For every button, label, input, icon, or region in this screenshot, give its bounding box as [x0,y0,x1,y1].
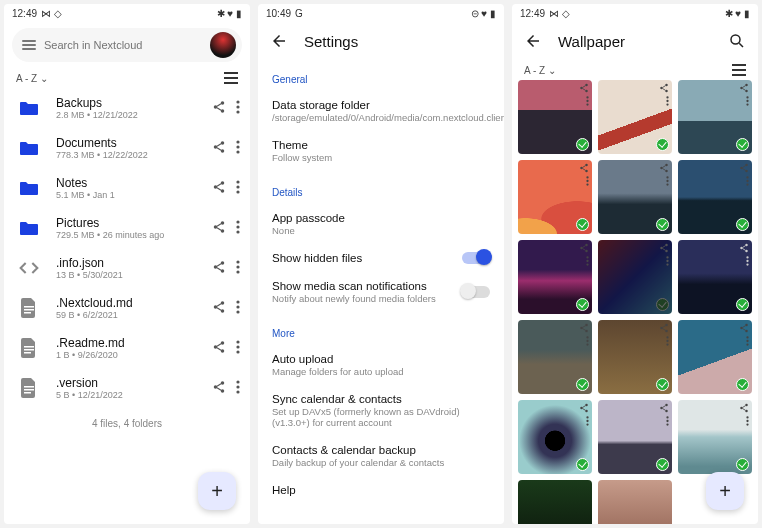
wallpaper-tile[interactable] [678,240,752,314]
more-icon[interactable] [586,96,589,108]
wallpaper-tile[interactable] [518,400,592,474]
wallpaper-tile[interactable] [678,320,752,394]
more-icon[interactable] [746,96,749,108]
share-icon[interactable] [579,163,589,175]
check-icon [736,458,749,471]
more-icon[interactable] [666,416,669,428]
fab-add-button[interactable]: + [706,472,744,510]
wallpaper-tile[interactable] [598,160,672,234]
wallpaper-tile[interactable] [598,80,672,154]
setting-sync-caldav[interactable]: Sync calendar & contactsSet up DAVx5 (fo… [272,387,490,438]
search-icon[interactable] [728,32,746,50]
file-row[interactable]: Pictures729.5 MB • 26 minutes ago [4,208,250,248]
search-bar[interactable] [12,28,242,62]
wallpaper-tile[interactable] [518,320,592,394]
share-icon[interactable] [739,163,749,175]
sort-button[interactable]: A - Z ⌄ [16,73,48,84]
view-list-icon[interactable] [732,64,746,76]
more-icon[interactable] [586,256,589,268]
share-icon[interactable] [212,220,226,236]
more-icon[interactable] [666,96,669,108]
share-icon[interactable] [739,403,749,415]
more-icon[interactable] [236,180,240,196]
svg-point-58 [236,385,239,388]
more-icon[interactable] [746,176,749,188]
share-icon[interactable] [659,243,669,255]
wallpaper-tile[interactable] [518,240,592,314]
wallpaper-tile[interactable] [598,400,672,474]
share-icon[interactable] [212,260,226,276]
setting-data-storage[interactable]: Data storage folder/storage/emulated/0/A… [272,93,490,133]
more-icon[interactable] [746,336,749,348]
wallpaper-tile[interactable] [518,160,592,234]
more-icon[interactable] [666,336,669,348]
share-icon[interactable] [739,323,749,335]
wallpaper-tile[interactable] [518,80,592,154]
more-icon[interactable] [236,220,240,236]
setting-auto-upload[interactable]: Auto uploadManage folders for auto uploa… [272,347,490,387]
menu-icon[interactable] [22,40,36,50]
wallpaper-tile[interactable] [518,480,592,524]
more-icon[interactable] [586,336,589,348]
search-input[interactable] [44,39,202,51]
wallpaper-tile[interactable] [678,80,752,154]
share-icon[interactable] [212,300,226,316]
setting-media-scan[interactable]: Show media scan notificationsNotify abou… [272,274,490,314]
svg-point-118 [585,324,588,327]
more-icon[interactable] [236,300,240,316]
wallpaper-tile[interactable] [678,160,752,234]
status-bar: 12:49⋈ ◇ ✱ ♥ ▮ [512,4,758,22]
share-icon[interactable] [212,180,226,196]
share-icon[interactable] [659,83,669,95]
wallpaper-tile[interactable] [598,240,672,314]
more-icon[interactable] [236,380,240,396]
switch-off[interactable] [462,286,490,298]
share-icon[interactable] [579,323,589,335]
more-icon[interactable] [746,256,749,268]
share-icon[interactable] [659,323,669,335]
share-icon[interactable] [212,340,226,356]
share-icon[interactable] [739,243,749,255]
setting-passcode[interactable]: App passcodeNone [272,206,490,246]
more-icon[interactable] [746,416,749,428]
back-icon[interactable] [270,32,288,50]
share-icon[interactable] [579,403,589,415]
more-icon[interactable] [666,176,669,188]
more-icon[interactable] [236,340,240,356]
avatar[interactable] [210,32,236,58]
share-icon[interactable] [659,403,669,415]
file-row[interactable]: .Nextcloud.md59 B • 6/2/2021 [4,288,250,328]
share-icon[interactable] [739,83,749,95]
switch-on[interactable] [462,252,490,264]
wallpaper-tile[interactable] [678,400,752,474]
sort-button[interactable]: A - Z ⌄ [524,65,556,76]
setting-backup[interactable]: Contacts & calendar backupDaily backup o… [272,438,490,478]
more-icon[interactable] [236,140,240,156]
back-icon[interactable] [524,32,542,50]
file-row[interactable]: Notes5.1 MB • Jan 1 [4,168,250,208]
file-row[interactable]: Backups2.8 MB • 12/21/2022 [4,88,250,128]
share-icon[interactable] [579,243,589,255]
fab-add-button[interactable]: + [198,472,236,510]
share-icon[interactable] [212,100,226,116]
share-icon[interactable] [212,380,226,396]
wallpaper-tile[interactable] [598,480,672,524]
share-icon[interactable] [212,140,226,156]
more-icon[interactable] [666,256,669,268]
more-icon[interactable] [236,100,240,116]
wallpaper-tile[interactable] [598,320,672,394]
setting-help[interactable]: Help [272,478,490,506]
more-icon[interactable] [586,176,589,188]
more-icon[interactable] [236,260,240,276]
file-row[interactable]: .Readme.md1 B • 9/26/2020 [4,328,250,368]
setting-theme[interactable]: ThemeFollow system [272,133,490,173]
svg-point-110 [666,260,668,262]
setting-hidden-files[interactable]: Show hidden files [272,246,490,274]
view-list-icon[interactable] [224,72,238,84]
share-icon[interactable] [659,163,669,175]
share-icon[interactable] [579,83,589,95]
more-icon[interactable] [586,416,589,428]
file-row[interactable]: .version5 B • 12/21/2022 [4,368,250,408]
file-row[interactable]: Documents778.3 MB • 12/22/2022 [4,128,250,168]
file-row[interactable]: .info.json13 B • 5/30/2021 [4,248,250,288]
